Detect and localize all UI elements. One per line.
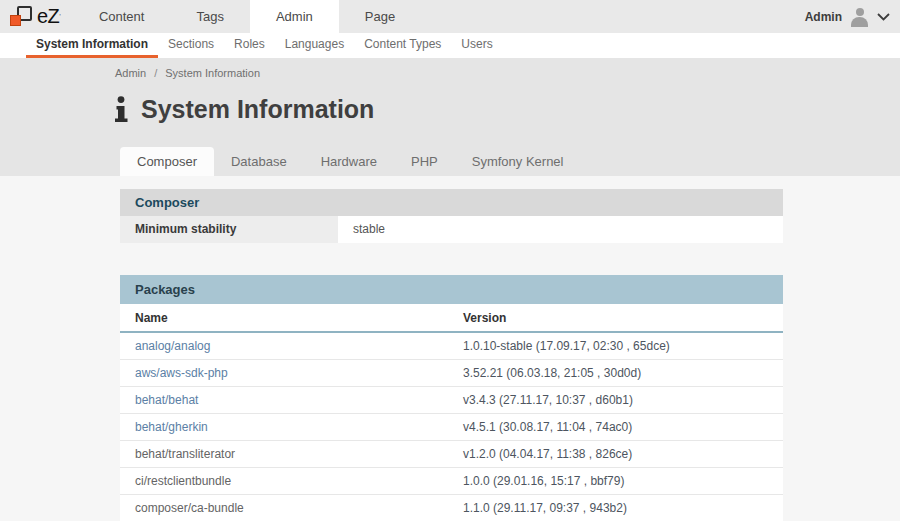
main-nav-item-label: Page	[365, 9, 395, 24]
main-nav-item[interactable]: Content	[73, 0, 171, 33]
package-link[interactable]: composer/ca-bundle	[135, 501, 244, 515]
main-nav: Content Tags Admin Page	[73, 0, 421, 33]
column-header-name: Name	[120, 304, 463, 331]
main-nav-item-label: Tags	[196, 9, 223, 24]
subnav-item[interactable]: Sections	[158, 33, 224, 58]
composer-table-title: Composer	[120, 189, 783, 216]
page-header: Admin / System Information System Inform…	[0, 58, 900, 176]
main-nav-item[interactable]: Page	[339, 0, 421, 33]
topbar: eZ ’ Content Tags Admin Page Admin	[0, 0, 900, 33]
subnav-item[interactable]: System Information	[26, 33, 158, 58]
breadcrumb-item-admin[interactable]: Admin	[115, 67, 146, 79]
package-version: v4.5.1 (30.08.17, 11:04 , 74ac0)	[463, 414, 783, 440]
package-row: behat/gherkin v4.5.1 (30.08.17, 11:04 , …	[120, 414, 783, 441]
package-row: behat/behat v3.4.3 (27.11.17, 10:37 , d6…	[120, 387, 783, 414]
subnav-item-label: Roles	[234, 37, 265, 51]
package-link[interactable]: ci/restclientbundle	[135, 474, 231, 488]
info-icon	[114, 96, 129, 123]
tab[interactable]: PHP	[394, 147, 455, 176]
main-nav-item-label: Admin	[276, 9, 313, 24]
content-area: Composer Minimum stability stable Packag…	[0, 176, 900, 521]
package-name-cell: behat/gherkin	[120, 414, 463, 440]
composer-row-label: Minimum stability	[120, 216, 338, 243]
tab-label: PHP	[411, 154, 438, 169]
package-name-cell: aws/aws-sdk-php	[120, 360, 463, 386]
packages-table: Packages Name Version analog/analog 1.0.…	[120, 275, 783, 521]
subnav-item[interactable]: Content Types	[354, 33, 451, 58]
package-version: 1.1.0 (29.11.17, 09:37 , 943b2)	[463, 495, 783, 521]
tab[interactable]: Composer	[120, 147, 214, 176]
user-name: Admin	[805, 10, 842, 24]
subnav-item[interactable]: Languages	[275, 33, 354, 58]
package-name-cell: behat/transliterator	[120, 441, 463, 467]
ez-logo-icon	[10, 6, 32, 28]
main-nav-item[interactable]: Admin	[250, 0, 339, 33]
chevron-down-icon	[877, 13, 890, 21]
package-row: analog/analog 1.0.10-stable (17.09.17, 0…	[120, 333, 783, 360]
package-name-cell: analog/analog	[120, 333, 463, 359]
tab-label: Symfony Kernel	[472, 154, 564, 169]
package-link[interactable]: behat/transliterator	[135, 447, 235, 461]
breadcrumb-separator: /	[154, 67, 157, 79]
subnav-item-label: Users	[461, 37, 492, 51]
main-nav-item-label: Content	[99, 9, 145, 24]
subnav-item[interactable]: Users	[451, 33, 502, 58]
package-link[interactable]: behat/gherkin	[135, 420, 208, 434]
package-name-cell: behat/behat	[120, 387, 463, 413]
package-version: v3.4.3 (27.11.17, 10:37 , d60b1)	[463, 387, 783, 413]
subnav-item-label: Sections	[168, 37, 214, 51]
system-info-tabs: Composer Database Hardware PHP Symfony K…	[120, 147, 580, 176]
subnav-item-label: Content Types	[364, 37, 441, 51]
package-row: behat/transliterator v1.2.0 (04.04.17, 1…	[120, 441, 783, 468]
package-row: ci/restclientbundle 1.0.0 (29.01.16, 15:…	[120, 468, 783, 495]
subnav-item-label: System Information	[36, 37, 148, 51]
page-title-text: System Information	[141, 95, 374, 124]
package-link[interactable]: analog/analog	[135, 339, 210, 353]
package-link[interactable]: behat/behat	[135, 393, 198, 407]
tab-label: Composer	[137, 154, 197, 169]
composer-table-row: Minimum stability stable	[120, 216, 783, 243]
subnav-item[interactable]: Roles	[224, 33, 275, 58]
tab-label: Hardware	[321, 154, 377, 169]
package-name-cell: ci/restclientbundle	[120, 468, 463, 494]
avatar-icon	[849, 6, 870, 27]
package-name-cell: composer/ca-bundle	[120, 495, 463, 521]
ez-logo[interactable]: eZ ’	[0, 0, 73, 33]
package-version: 1.0.10-stable (17.09.17, 02:30 , 65dce)	[463, 333, 783, 359]
tab-label: Database	[231, 154, 287, 169]
breadcrumb: Admin / System Information	[115, 67, 260, 79]
package-version: 1.0.0 (29.01.16, 15:17 , bbf79)	[463, 468, 783, 494]
ez-logo-trademark: ’	[59, 13, 61, 20]
breadcrumb-item-current: System Information	[165, 67, 260, 79]
package-version: 3.52.21 (06.03.18, 21:05 , 30d0d)	[463, 360, 783, 386]
composer-row-value: stable	[338, 216, 385, 243]
tab[interactable]: Symfony Kernel	[455, 147, 581, 176]
composer-table: Composer Minimum stability stable	[120, 189, 783, 243]
user-menu[interactable]: Admin	[805, 0, 890, 33]
package-row: composer/ca-bundle 1.1.0 (29.11.17, 09:3…	[120, 495, 783, 521]
column-header-version: Version	[463, 304, 783, 331]
packages-table-title: Packages	[120, 275, 783, 304]
packages-column-headers: Name Version	[120, 304, 783, 333]
package-link[interactable]: aws/aws-sdk-php	[135, 366, 228, 380]
tab[interactable]: Database	[214, 147, 304, 176]
tab[interactable]: Hardware	[304, 147, 394, 176]
ez-logo-text: eZ	[37, 5, 59, 28]
package-version: v1.2.0 (04.04.17, 11:38 , 826ce)	[463, 441, 783, 467]
admin-subnav: System Information Sections Roles Langua…	[0, 33, 900, 58]
page-title: System Information	[114, 95, 374, 124]
subnav-item-label: Languages	[285, 37, 344, 51]
package-row: aws/aws-sdk-php 3.52.21 (06.03.18, 21:05…	[120, 360, 783, 387]
main-nav-item[interactable]: Tags	[170, 0, 249, 33]
